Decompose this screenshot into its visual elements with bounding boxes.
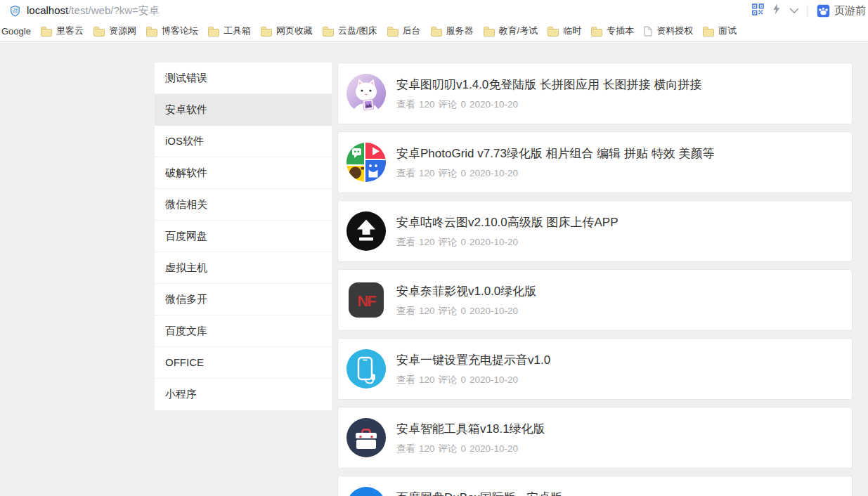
nf-icon: NF [346,280,386,320]
svg-text:@: @ [12,7,18,14]
paw-extension-button[interactable]: 页游前 [817,4,866,18]
sidebar-item-wechat-related[interactable]: 微信相关 [155,189,332,221]
lightning-icon[interactable] [772,4,781,18]
bookmark-folder[interactable]: 教育/考试 [484,25,538,37]
list-item[interactable]: 百度网盘DuBox国际版 - 安卓版 查看120评论02020-10-20 [337,476,853,496]
item-meta: 查看120评论02020-10-20 [396,167,714,180]
folder-icon [323,29,334,37]
bookmark-folder[interactable]: 云盘/图床 [323,25,377,37]
url-host: localhost [27,4,68,16]
item-meta: 查看120评论02020-10-20 [396,443,545,455]
folder-icon [548,29,559,37]
item-meta: 查看120评论02020-10-20 [396,98,701,111]
url-text[interactable]: localhost/test/web/?kw=安卓 [27,4,160,18]
bookmark-folder[interactable]: 服务器 [431,25,474,37]
sidebar-item-baidu-netdisk[interactable]: 百度网盘 [155,221,332,252]
svg-text:NF: NF [357,292,376,310]
sidebar-item-cracked-software[interactable]: 破解软件 [155,157,332,189]
folder-icon [261,29,272,37]
bookmark-folder[interactable]: 后台 [387,25,421,37]
item-meta: 查看120评论02020-10-20 [396,305,536,318]
result-list: 安卓图叨叨v1.4.0免登陆版 长拼图应用 长图拼接 横向拼接 查看120评论0… [337,63,853,496]
sidebar-item-mini-program[interactable]: 小程序 [155,379,332,410]
sidebar-item-office[interactable]: OFFICE [155,347,332,379]
folder-icon [591,29,602,37]
folder-icon [146,29,157,37]
sidebar-item-ios-software[interactable]: iOS软件 [155,126,332,157]
address-bar[interactable]: @ localhost/test/web/?kw=安卓 [0,0,868,21]
bookmark-folder[interactable]: 博客论坛 [146,25,198,37]
extension-label: 页游前 [834,4,866,18]
item-title-link[interactable]: 安卓咕咚云图v2.10.0高级版 图床上传APP [396,214,618,230]
paw-icon [817,4,830,18]
sidebar-item-baidu-wenku[interactable]: 百度文库 [155,315,332,347]
folder-icon [703,29,714,37]
item-title-link[interactable]: 安卓一键设置充电提示音v1.0 [396,352,550,368]
dubox-icon [346,487,386,496]
toolbox-icon [346,418,386,457]
url-path: /test/web/?kw=安卓 [68,4,160,16]
bookmark-file[interactable]: 资料授权 [644,25,693,37]
list-item[interactable]: 安卓图叨叨v1.4.0免登陆版 长拼图应用 长图拼接 横向拼接 查看120评论0… [337,63,853,124]
category-sidebar: 测试错误 安卓软件 iOS软件 破解软件 微信相关 百度网盘 虚拟主机 微信多开… [155,63,332,410]
phone-charging-icon [346,349,386,389]
bookmark-folder[interactable]: 工具箱 [208,25,251,37]
sidebar-item-android-software[interactable]: 安卓软件 [155,94,332,126]
item-meta: 查看120评论02020-10-20 [396,236,618,249]
bookmark-google[interactable]: Google [1,26,31,37]
page-content: 测试错误 安卓软件 iOS软件 破解软件 微信相关 百度网盘 虚拟主机 微信多开… [0,41,868,496]
list-item[interactable]: 安卓咕咚云图v2.10.0高级版 图床上传APP 查看120评论02020-10… [337,200,853,262]
bookmark-folder[interactable]: 网页收藏 [261,25,313,37]
upload-icon [346,211,386,251]
qr-code-icon[interactable] [752,4,764,18]
file-icon [644,26,652,37]
folder-icon [387,29,399,37]
bookmark-folder[interactable]: 临时 [548,25,581,37]
item-meta: 查看120评论02020-10-20 [396,374,550,386]
sidebar-item-wechat-multi[interactable]: 微信多开 [155,284,332,315]
item-title-link[interactable]: 安卓PhotoGrid v7.73绿化版 相片组合 编辑 拼贴 特效 美颜等 [396,145,714,162]
toolbar-divider [808,5,808,16]
item-title-link[interactable]: 百度网盘DuBox国际版 - 安卓版 [396,490,562,496]
bookmark-folder[interactable]: 专插本 [591,25,634,37]
photogrid-icon [346,143,386,182]
folder-icon [208,29,219,37]
item-title-link[interactable]: 安卓奈菲影视v1.0.0绿化版 [396,283,536,299]
sidebar-item-test-error[interactable]: 测试错误 [155,63,332,94]
bookmark-folder[interactable]: 面试 [703,25,737,37]
folder-icon [484,29,495,37]
list-item[interactable]: 安卓一键设置充电提示音v1.0 查看120评论02020-10-20 [337,338,853,400]
folder-icon [431,29,442,37]
bookmarks-bar: Google 里客云 资源网 博客论坛 工具箱 网页收藏 云盘/图床 后台 服务… [0,21,868,41]
bookmark-folder[interactable]: 资源网 [93,25,136,37]
cat-avatar-icon [346,74,386,113]
folder-icon [93,29,105,37]
folder-icon [41,29,52,37]
list-item[interactable]: 安卓智能工具箱v18.1绿化版 查看120评论02020-10-20 [337,407,853,469]
chevron-down-icon[interactable] [789,4,799,17]
item-title-link[interactable]: 安卓图叨叨v1.4.0免登陆版 长拼图应用 长图拼接 横向拼接 [396,77,701,93]
sidebar-item-virtual-host[interactable]: 虚拟主机 [155,252,332,284]
item-title-link[interactable]: 安卓智能工具箱v18.1绿化版 [396,421,545,437]
site-info-shield-icon[interactable]: @ [9,5,21,17]
list-item[interactable]: NF 安卓奈菲影视v1.0.0绿化版 查看120评论02020-10-20 [337,269,853,331]
list-item[interactable]: 安卓PhotoGrid v7.73绿化版 相片组合 编辑 拼贴 特效 美颜等 查… [337,131,853,193]
bookmark-folder[interactable]: 里客云 [41,25,84,37]
